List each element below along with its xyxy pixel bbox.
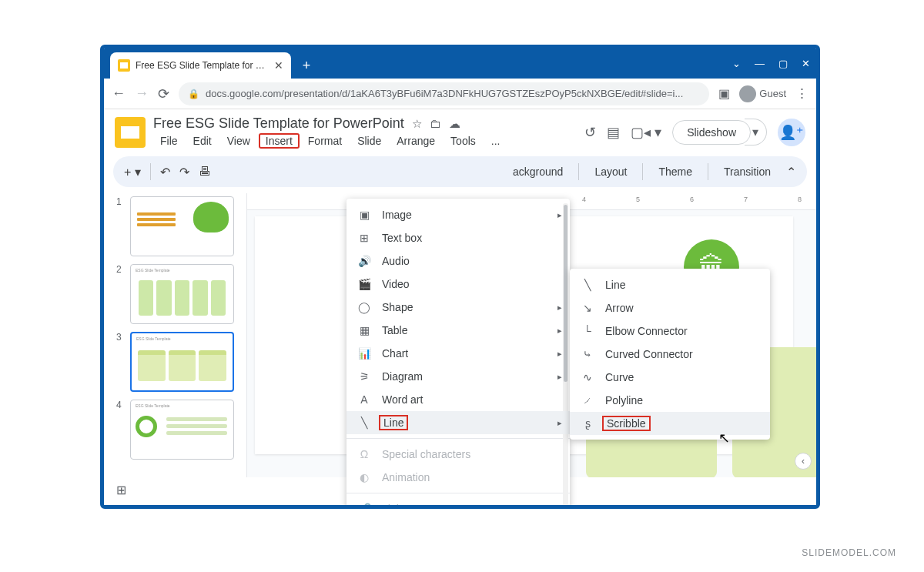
toolbar-expand-icon[interactable]: ⌃ [786,165,796,179]
grid-view-button[interactable]: ⊞ [116,483,126,497]
url-text: docs.google.com/presentation/d/1aKA6T3yB… [206,88,683,99]
toolbar-transition[interactable]: Transition [718,162,777,181]
redo-button[interactable]: ↷ [179,165,189,179]
comments-icon[interactable]: ▤ [607,124,620,141]
slideshow-button[interactable]: Slideshow [672,120,751,145]
print-button[interactable]: 🖶 [199,165,211,179]
audio-icon: 🔊 [357,255,371,267]
browser-window: Free ESG Slide Template for Pow ✕ + ⌄ — … [100,45,820,509]
insert-shape[interactable]: ◯Shape▸ [346,296,570,319]
doc-title[interactable]: Free ESG Slide Template for PowerPoint [153,115,404,132]
share-button[interactable]: 👤⁺ [778,119,805,146]
insert-menu-dropdown: ▣Image▸ ⊞Text box 🔊Audio 🎬Video ◯Shape▸ … [346,199,570,509]
insert-special-chars: ΩSpecial characters [346,443,570,466]
profile-button[interactable]: Guest [739,85,786,102]
menu-more[interactable]: ... [484,133,507,149]
line-line[interactable]: ╲Line [570,273,770,296]
menu-arrange[interactable]: Arrange [390,133,442,149]
insert-chart[interactable]: 📊Chart▸ [346,342,570,365]
filmstrip[interactable]: 1 2 ESG Slide Template 3 E [104,193,246,477]
lock-icon: 🔒 [188,89,199,99]
insert-link: 🔗LinkCtrl+K [346,497,570,509]
cloud-status-icon[interactable]: ☁ [449,117,460,131]
collapse-sidebar-button[interactable]: ‹ [795,453,812,470]
slideshow-dropdown[interactable]: ▾ [745,119,767,146]
thumb-number: 3 [116,332,124,392]
insert-textbox[interactable]: ⊞Text box [346,226,570,249]
insert-diagram[interactable]: ⚞Diagram▸ [346,365,570,388]
insert-table[interactable]: ▦Table▸ [346,319,570,342]
menu-slide[interactable]: Slide [350,133,388,149]
reading-list-icon[interactable]: ▣ [718,86,730,101]
line-curve[interactable]: ∿Curve [570,366,770,389]
wordart-icon: A [357,393,371,406]
shape-icon: ◯ [357,301,371,313]
slides-logo-icon [118,59,130,72]
line-curved[interactable]: ⤷Curved Connector [570,343,770,366]
insert-wordart[interactable]: AWord art [346,388,570,411]
line-scribble[interactable]: ʂScribble [570,412,770,435]
toolbar-theme[interactable]: Theme [652,162,698,181]
line-polyline[interactable]: ⟋Polyline [570,389,770,412]
line-elbow[interactable]: └Elbow Connector [570,319,770,343]
thumb-1[interactable] [130,196,234,256]
address-bar: ← → ⟳ 🔒 docs.google.com/presentation/d/1… [104,79,816,109]
menu-format[interactable]: Format [301,133,349,149]
back-button[interactable]: ← [112,85,126,102]
curve-icon: ∿ [581,371,594,383]
omega-icon: Ω [357,448,371,460]
new-slide-button[interactable]: + ▾ [124,165,141,179]
thumb-2[interactable]: ESG Slide Template [130,264,234,324]
guest-label: Guest [759,88,786,99]
toolbar-layout[interactable]: Layout [588,162,633,181]
browser-tab[interactable]: Free ESG Slide Template for Pow ✕ [110,52,291,79]
undo-button[interactable]: ↶ [160,165,170,179]
insert-video[interactable]: 🎬Video [346,273,570,296]
thumb-3[interactable]: ESG Slide Template [130,332,234,392]
minimize-icon[interactable]: — [755,58,765,69]
history-icon[interactable]: ↺ [584,124,596,141]
slides-app-logo-icon[interactable] [115,117,146,148]
star-icon[interactable]: ☆ [412,117,422,131]
maximize-icon[interactable]: ▢ [778,58,788,69]
menu-insert[interactable]: Insert [259,133,300,149]
reload-button[interactable]: ⟳ [158,85,169,102]
menu-file[interactable]: File [153,133,185,149]
thumb-4[interactable]: ESG Slide Template [130,400,234,460]
animation-icon: ◐ [357,471,371,483]
thumb-number: 2 [116,264,124,324]
menu-edit[interactable]: Edit [186,133,219,149]
close-tab-icon[interactable]: ✕ [274,59,283,72]
insert-animation: ◐Animation [346,466,570,489]
curved-connector-icon: ⤷ [581,348,594,360]
menu-bar: File Edit View Insert Format Slide Arran… [153,133,577,149]
chart-icon: 📊 [357,347,371,360]
doc-header: Free ESG Slide Template for PowerPoint ☆… [104,109,816,149]
toolbar: + ▾ ↶ ↷ 🖶 ackground Layout Theme Transit… [113,156,807,187]
menu-view[interactable]: View [220,133,257,149]
line-icon: ╲ [581,279,594,291]
move-folder-icon[interactable]: 🗀 [430,117,441,130]
line-arrow[interactable]: ↘Arrow [570,296,770,319]
line-icon: ╲ [357,416,371,429]
scribble-icon: ʂ [581,417,594,430]
menu-tools[interactable]: Tools [444,133,483,149]
thumb-number: 4 [116,400,124,460]
insert-image[interactable]: ▣Image▸ [346,203,570,226]
avatar-icon [739,85,756,102]
insert-line[interactable]: ╲Line▸ [346,411,570,434]
tab-strip: Free ESG Slide Template for Pow ✕ + ⌄ — … [104,49,816,79]
toolbar-background[interactable]: ackground [507,162,569,181]
meet-icon[interactable]: ▢◂ ▾ [631,124,661,141]
arrow-icon: ↘ [581,302,594,314]
thumb-number: 1 [116,196,124,256]
insert-audio[interactable]: 🔊Audio [346,249,570,273]
chevron-down-icon[interactable]: ⌄ [732,58,741,69]
forward-button[interactable]: → [135,85,149,102]
video-icon: 🎬 [357,278,371,290]
browser-menu-icon[interactable]: ⋮ [795,85,808,102]
close-window-icon[interactable]: ✕ [802,58,810,69]
watermark: SLIDEMODEL.COM [802,547,896,558]
new-tab-button[interactable]: + [296,55,317,76]
url-field[interactable]: 🔒 docs.google.com/presentation/d/1aKA6T3… [179,82,709,105]
